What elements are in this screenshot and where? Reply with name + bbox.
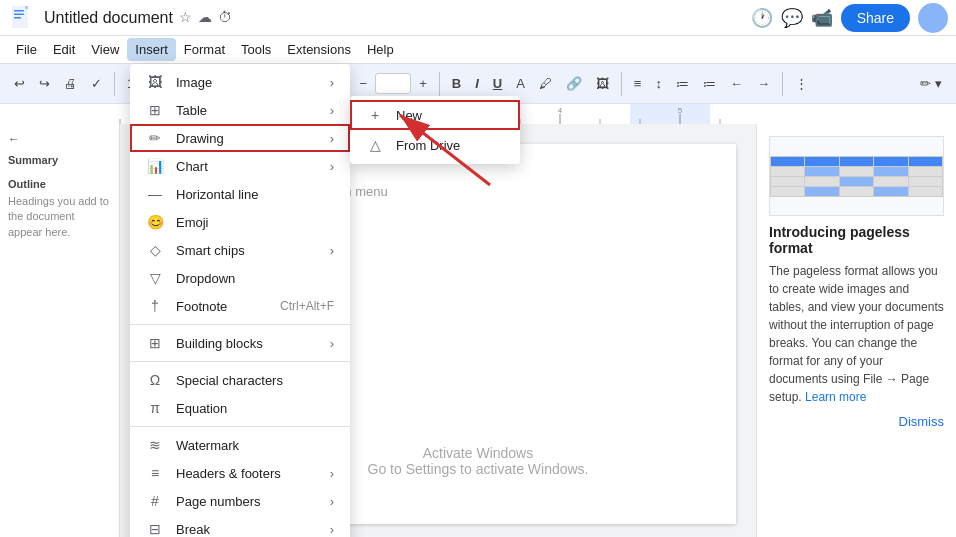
doc-title[interactable]: Untitled document [44,8,173,27]
font-size-minus[interactable]: − [354,72,374,95]
footnote-icon: † [146,298,164,314]
comments-btn[interactable]: 💬 [781,7,803,29]
menu-emoji[interactable]: 😊 Emoji [130,208,350,236]
sep-after-building-blocks [130,361,350,362]
menu-watermark[interactable]: ≋ Watermark [130,431,350,459]
share-button[interactable]: Share [841,4,910,32]
sep6 [621,72,622,96]
link-btn[interactable]: 🔗 [560,72,588,95]
menu-edit[interactable]: Edit [45,38,83,61]
menu-smart-chips[interactable]: ◇ Smart chips › [130,236,350,264]
submenu-new[interactable]: + New [350,100,520,130]
history-icon[interactable]: ⏱ [218,9,232,26]
sidebar: ← Summary Outline Headings you add to th… [0,124,120,537]
svg-rect-2 [14,10,24,12]
doc-icon [8,4,36,32]
sep-after-footnote [130,324,350,325]
spellcheck-btn[interactable]: ✓ [85,72,108,95]
menu-tools[interactable]: Tools [233,38,279,61]
pencil-mode-btn[interactable]: ✏ ▾ [914,72,948,95]
font-color-btn[interactable]: A [510,72,531,95]
svg-rect-28 [630,104,710,124]
sep-after-equation [130,426,350,427]
svg-rect-5 [25,6,28,9]
menu-break[interactable]: ⊟ Break › [130,515,350,537]
sidebar-outline-hint: Headings you add to the document appear … [8,194,111,240]
title-bar: Untitled document ☆ ☁ ⏱ 🕐 💬 📹 Share [0,0,956,36]
right-panel-body: The pageless format allows you to create… [769,262,944,406]
new-icon: + [366,107,384,123]
bullet-list-btn[interactable]: ≔ [670,72,695,95]
menu-view[interactable]: View [83,38,127,61]
headers-icon: ≡ [146,465,164,481]
redo-btn[interactable]: ↪ [33,72,56,95]
sidebar-outline-title: Outline [8,178,111,190]
menu-file[interactable]: File [8,38,45,61]
dismiss-link[interactable]: Dismiss [769,414,944,429]
menu-chart[interactable]: 📊 Chart › [130,152,350,180]
menu-format[interactable]: Format [176,38,233,61]
menu-special-characters[interactable]: Ω Special characters [130,366,350,394]
undo-btn[interactable]: ↩ [8,72,31,95]
sep1 [114,72,115,96]
drawing-icon: ✏ [146,130,164,146]
chart-icon: 📊 [146,158,164,174]
preview-table [770,156,943,197]
menu-equation[interactable]: π Equation [130,394,350,422]
bold-btn[interactable]: B [446,72,467,95]
menu-footnote[interactable]: † Footnote Ctrl+Alt+F [130,292,350,320]
menu-bar: File Edit View Insert Format Tools Exten… [0,36,956,64]
numbered-list-btn[interactable]: ≔ [697,72,722,95]
menu-image[interactable]: 🖼 Image › [130,68,350,96]
menu-drawing[interactable]: ✏ Drawing › [130,124,350,152]
cloud-icon: ☁ [198,9,212,26]
submenu-new-label: New [396,108,422,123]
menu-insert[interactable]: Insert [127,38,176,61]
line-spacing-btn[interactable]: ↕ [649,72,668,95]
learn-more-link[interactable]: Learn more [805,390,866,404]
hline-icon: — [146,186,164,202]
menu-extensions[interactable]: Extensions [279,38,359,61]
highlight-btn[interactable]: 🖊 [533,72,558,95]
video-btn[interactable]: 📹 [811,7,833,29]
align-btn[interactable]: ≡ [628,72,648,95]
menu-horizontal-line[interactable]: — Horizontal line [130,180,350,208]
toolbar-right: ✏ ▾ [914,72,948,95]
italic-btn[interactable]: I [469,72,485,95]
menu-page-numbers[interactable]: # Page numbers › [130,487,350,515]
drawing-submenu: + New △ From Drive [350,96,520,164]
indent-less-btn[interactable]: ← [724,72,749,95]
equation-icon: π [146,400,164,416]
page-numbers-icon: # [146,493,164,509]
menu-headers-footers[interactable]: ≡ Headers & footers › [130,459,350,487]
more-btn[interactable]: ⋮ [789,72,814,95]
menu-building-blocks[interactable]: ⊞ Building blocks › [130,329,350,357]
submenu-from-drive[interactable]: △ From Drive [350,130,520,160]
svg-text:4: 4 [558,106,563,115]
avatar[interactable] [918,3,948,33]
history-btn[interactable]: 🕐 [751,7,773,29]
building-blocks-icon: ⊞ [146,335,164,351]
menu-help[interactable]: Help [359,38,402,61]
sep5 [439,72,440,96]
star-icon[interactable]: ☆ [179,9,192,26]
title-area: Untitled document ☆ ☁ ⏱ [44,8,751,27]
sidebar-back-btn[interactable]: ← [8,132,111,146]
sidebar-summary: Summary [8,154,111,166]
menu-dropdown[interactable]: ▽ Dropdown [130,264,350,292]
print-btn[interactable]: 🖨 [58,72,83,95]
image-icon: 🖼 [146,74,164,90]
sidebar-outline: Outline Headings you add to the document… [8,178,111,240]
underline-btn[interactable]: U [487,72,508,95]
insert-menu: 🖼 Image › ⊞ Table › ✏ Drawing › 📊 Chart … [130,64,350,537]
indent-more-btn[interactable]: → [751,72,776,95]
break-icon: ⊟ [146,521,164,537]
menu-table[interactable]: ⊞ Table › [130,96,350,124]
title-row: Untitled document ☆ ☁ ⏱ [44,8,751,27]
special-chars-icon: Ω [146,372,164,388]
image-btn[interactable]: 🖼 [590,72,615,95]
right-panel: Introducing pageless format The pageless… [756,124,956,537]
font-size-plus[interactable]: + [413,72,433,95]
smart-chips-icon: ◇ [146,242,164,258]
font-size-input[interactable]: 11 [375,73,411,94]
